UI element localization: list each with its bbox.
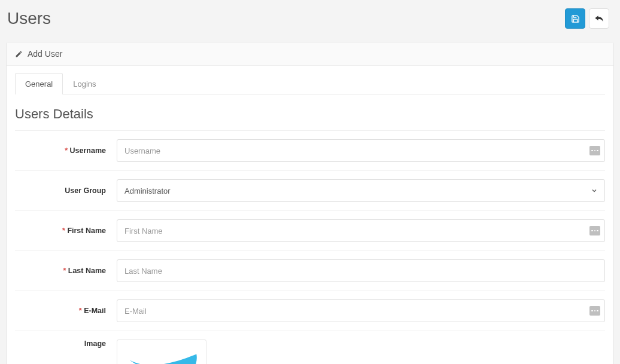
tab-logins[interactable]: Logins xyxy=(63,73,106,94)
panel-heading: Add User xyxy=(7,42,613,66)
password-manager-icon[interactable] xyxy=(589,226,600,235)
header-actions xyxy=(565,8,609,29)
section-title: Users Details xyxy=(15,103,605,131)
label-email: E-Mail xyxy=(15,307,117,315)
cart-logo-icon xyxy=(121,342,202,364)
row-user-group: User Group Administrator xyxy=(15,171,605,211)
row-first-name: First Name xyxy=(15,211,605,251)
label-first-name: First Name xyxy=(15,227,117,235)
form-panel: Add User General Logins Users Details Us… xyxy=(6,42,614,364)
pencil-icon xyxy=(15,50,23,58)
row-last-name: Last Name xyxy=(15,251,605,291)
first-name-input[interactable] xyxy=(117,219,605,242)
last-name-input[interactable] xyxy=(117,259,605,282)
user-group-select[interactable]: Administrator xyxy=(117,179,605,202)
label-last-name: Last Name xyxy=(15,267,117,275)
username-input[interactable] xyxy=(117,139,605,162)
row-username: Username xyxy=(15,131,605,171)
page-title: Users xyxy=(7,9,51,28)
save-button[interactable] xyxy=(565,8,585,29)
email-input[interactable] xyxy=(117,299,605,322)
row-email: E-Mail xyxy=(15,291,605,331)
row-image: Image xyxy=(15,331,605,364)
panel-heading-title: Add User xyxy=(28,49,62,59)
password-manager-icon[interactable] xyxy=(589,306,600,316)
label-user-group: User Group xyxy=(15,186,117,195)
save-icon xyxy=(571,14,580,23)
label-image: Image xyxy=(15,339,117,348)
image-picker[interactable] xyxy=(117,339,206,364)
tab-general[interactable]: General xyxy=(15,73,63,94)
back-button[interactable] xyxy=(589,8,609,29)
label-username: Username xyxy=(15,146,117,155)
reply-arrow-icon xyxy=(594,14,604,23)
password-manager-icon[interactable] xyxy=(589,146,600,155)
nav-tabs: General Logins xyxy=(15,73,605,94)
